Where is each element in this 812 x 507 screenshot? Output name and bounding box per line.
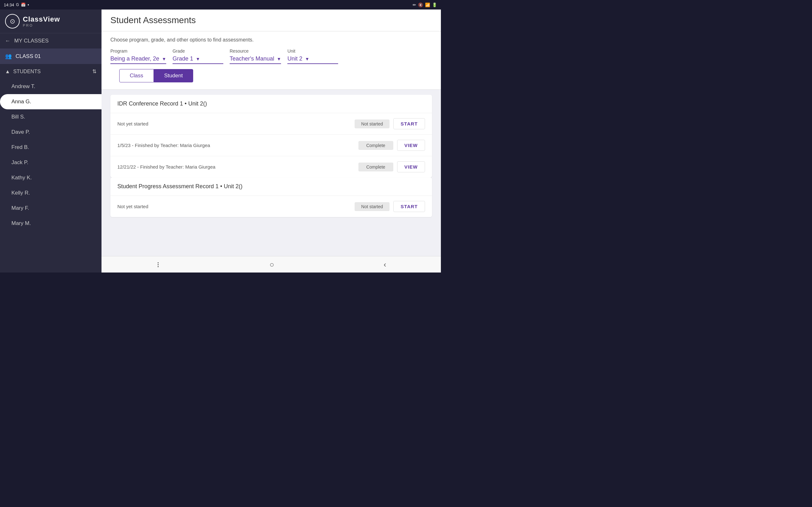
logo-text: ClassView PRO — [23, 15, 60, 27]
student-item[interactable]: Bill S. — [0, 109, 101, 124]
resource-filter-group: Resource Teacher's Manual ▼ — [230, 49, 281, 64]
calendar-icon: 📅 — [21, 3, 26, 7]
google-icon: G — [16, 3, 19, 7]
start-button[interactable]: START — [393, 118, 425, 129]
program-label: Program — [110, 49, 166, 54]
student-item[interactable]: Mary F. — [0, 201, 101, 216]
status-badge: Not started — [355, 202, 390, 211]
assessment-row-right-0-2: CompleteVIEW — [358, 161, 425, 172]
students-label: STUDENTS — [13, 69, 41, 74]
my-classes-nav[interactable]: ← MY CLASSES — [0, 33, 101, 49]
unit-label: Unit — [287, 49, 338, 54]
main-header: Student Assessments — [101, 9, 441, 32]
sidebar: ⊙ ClassView PRO ← MY CLASSES 👥 CLASS 01 … — [0, 9, 101, 273]
view-button[interactable]: VIEW — [397, 140, 425, 151]
app-container: ⊙ ClassView PRO ← MY CLASSES 👥 CLASS 01 … — [0, 9, 441, 273]
unit-chevron-icon: ▼ — [305, 56, 309, 61]
main-content: Student Assessments Choose program, grad… — [101, 9, 441, 273]
home-nav-icon[interactable]: ○ — [270, 260, 274, 269]
filter-section: Choose program, grade, and other options… — [101, 32, 441, 90]
toggle-bar: Class Student — [119, 69, 423, 82]
students-section-left: ▲ STUDENTS — [5, 69, 41, 74]
menu-nav-icon[interactable]: ⫶ — [156, 260, 160, 269]
resource-select[interactable]: Teacher's Manual ▼ — [230, 55, 281, 64]
unit-value: Unit 2 — [287, 55, 302, 62]
grade-filter-group: Grade Grade 1 ▼ — [172, 49, 223, 64]
back-arrow-icon: ← — [5, 38, 10, 44]
student-item[interactable]: Kelly R. — [0, 185, 101, 201]
assessment-row-left-1-0: Not yet started — [117, 204, 148, 209]
student-item[interactable]: Mary M. — [0, 216, 101, 231]
program-value: Being a Reader, 2e — [110, 55, 159, 62]
expand-icon: ▲ — [5, 69, 10, 74]
wifi-icon: 📶 — [425, 3, 430, 7]
assessment-row-left-0-2: 12/21/22 - Finished by Teacher: Maria Gi… — [117, 164, 215, 170]
program-chevron-icon: ▼ — [162, 56, 166, 61]
assessment-row-0-0: Not yet startedNot startedSTART — [110, 113, 432, 135]
bottom-nav: ⫶ ○ ‹ — [101, 256, 441, 273]
students-section-header[interactable]: ▲ STUDENTS ⇅ — [0, 64, 101, 79]
student-item[interactable]: Andrew T. — [0, 79, 101, 94]
battery-icon: 🔋 — [432, 3, 437, 7]
class-toggle-btn[interactable]: Class — [119, 69, 154, 82]
assessment-card-1: Student Progress Assessment Record 1 • U… — [110, 177, 432, 217]
resource-value: Teacher's Manual — [230, 55, 274, 62]
status-right: ✏ 🔇 📶 🔋 — [413, 3, 437, 7]
grade-select[interactable]: Grade 1 ▼ — [172, 55, 223, 64]
view-button[interactable]: VIEW — [397, 161, 425, 172]
status-badge: Complete — [358, 163, 393, 171]
time-display: 14:34 — [4, 3, 14, 7]
student-item[interactable]: Kathy K. — [0, 170, 101, 185]
assessment-row-right-0-0: Not startedSTART — [355, 118, 425, 129]
app-pro-label: PRO — [23, 23, 60, 27]
assessment-row-right-0-1: CompleteVIEW — [358, 140, 425, 151]
class-01-item[interactable]: 👥 CLASS 01 — [0, 49, 101, 64]
filter-row: Program Being a Reader, 2e ▼ Grade Grade… — [110, 49, 432, 64]
dot-indicator: • — [28, 3, 29, 7]
unit-filter-group: Unit Unit 2 ▼ — [287, 49, 338, 64]
back-nav-icon[interactable]: ‹ — [384, 260, 386, 269]
class-icon: 👥 — [5, 53, 12, 60]
status-bar: 14:34 G 📅 • ✏ 🔇 📶 🔋 — [0, 0, 441, 9]
assessment-card-header-1: Student Progress Assessment Record 1 • U… — [110, 177, 432, 196]
unit-select[interactable]: Unit 2 ▼ — [287, 55, 338, 64]
resource-label: Resource — [230, 49, 281, 54]
status-badge: Complete — [358, 141, 393, 150]
resource-chevron-icon: ▼ — [277, 56, 281, 61]
filter-hint: Choose program, grade, and other options… — [110, 37, 432, 43]
assessment-row-0-2: 12/21/22 - Finished by Teacher: Maria Gi… — [110, 156, 432, 177]
sort-icon[interactable]: ⇅ — [92, 68, 96, 74]
signal-icon: ✏ — [413, 3, 416, 7]
cards-container: IDR Conference Record 1 • Unit 2()Not ye… — [110, 95, 432, 217]
classview-logo-icon: ⊙ — [5, 14, 20, 29]
student-item[interactable]: Fred B. — [0, 140, 101, 155]
student-item[interactable]: Anna G. — [0, 94, 101, 109]
assessment-row-left-0-0: Not yet started — [117, 121, 148, 126]
class-label: CLASS 01 — [15, 53, 41, 60]
student-toggle-btn[interactable]: Student — [154, 69, 194, 82]
student-list: Andrew T.Anna G.Bill S.Dave P.Fred B.Jac… — [0, 79, 101, 231]
sidebar-logo: ⊙ ClassView PRO — [0, 9, 101, 33]
grade-chevron-icon: ▼ — [196, 56, 200, 61]
student-item[interactable]: Jack P. — [0, 155, 101, 170]
app-name: ClassView — [23, 15, 60, 23]
assessment-row-1-0: Not yet startedNot startedSTART — [110, 196, 432, 217]
grade-label: Grade — [172, 49, 223, 54]
assessment-row-left-0-1: 1/5/23 - Finished by Teacher: Maria Giur… — [117, 143, 210, 148]
student-item[interactable]: Dave P. — [0, 124, 101, 140]
my-classes-label: MY CLASSES — [14, 38, 49, 44]
start-button[interactable]: START — [393, 201, 425, 212]
assessments-area: IDR Conference Record 1 • Unit 2()Not ye… — [101, 90, 441, 256]
assessment-card-header-0: IDR Conference Record 1 • Unit 2() — [110, 95, 432, 113]
status-left: 14:34 G 📅 • — [4, 3, 29, 7]
mute-icon: 🔇 — [418, 3, 423, 7]
assessment-row-right-1-0: Not startedSTART — [355, 201, 425, 212]
status-badge: Not started — [355, 119, 390, 128]
grade-value: Grade 1 — [172, 55, 193, 62]
assessment-row-0-1: 1/5/23 - Finished by Teacher: Maria Giur… — [110, 135, 432, 156]
assessment-card-0: IDR Conference Record 1 • Unit 2()Not ye… — [110, 95, 432, 177]
program-filter-group: Program Being a Reader, 2e ▼ — [110, 49, 166, 64]
page-title: Student Assessments — [110, 15, 432, 25]
program-select[interactable]: Being a Reader, 2e ▼ — [110, 55, 166, 64]
